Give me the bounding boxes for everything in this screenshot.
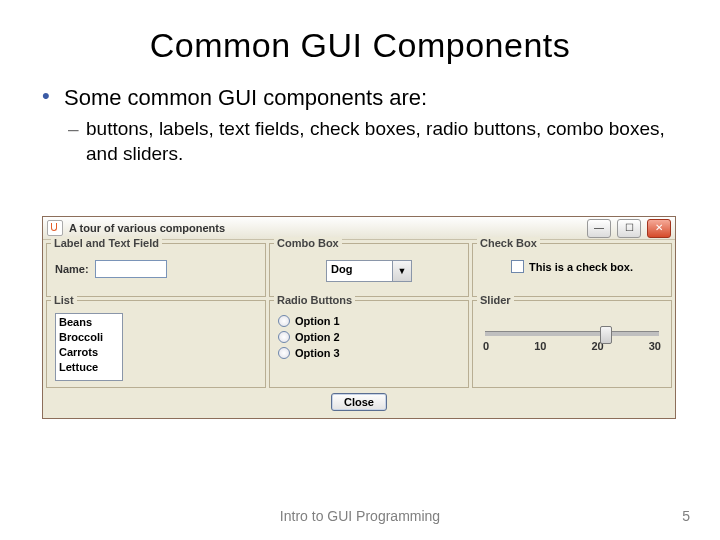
combo-value: Dog (327, 261, 392, 281)
radio-label: Option 2 (295, 331, 340, 343)
radio-label: Option 3 (295, 347, 340, 359)
checkbox-input[interactable] (511, 260, 524, 273)
slider-tick: 10 (534, 340, 546, 352)
slider-track[interactable] (485, 331, 659, 336)
panel-title: Combo Box (274, 237, 342, 249)
minimize-button[interactable]: — (587, 219, 611, 238)
name-label: Name: (55, 263, 89, 275)
slider-panel: Slider 0 10 20 30 (472, 300, 672, 388)
combo-box[interactable]: Dog ▼ (326, 260, 412, 282)
radio-input[interactable] (278, 347, 290, 359)
chevron-down-icon: ▼ (392, 261, 411, 281)
maximize-button[interactable]: ☐ (617, 219, 641, 238)
list-item[interactable]: Broccoli (59, 330, 119, 345)
page-number: 5 (682, 508, 690, 524)
name-input[interactable] (95, 260, 167, 278)
slider-tick: 0 (483, 340, 489, 352)
radio-input[interactable] (278, 331, 290, 343)
list-box[interactable]: Beans Broccoli Carrots Lettuce (55, 313, 123, 381)
checkbox-label: This is a check box. (529, 261, 633, 273)
list-item[interactable]: Lettuce (59, 360, 119, 375)
panel-title: List (51, 294, 77, 306)
slider-tick: 30 (649, 340, 661, 352)
demo-window: A tour of various components — ☐ ✕ Label… (42, 216, 676, 419)
footer-text: Intro to GUI Programming (0, 508, 720, 524)
bullet-level-2: buttons, labels, text fields, check boxe… (68, 117, 678, 166)
checkbox-panel: Check Box This is a check box. (472, 243, 672, 297)
panel-title: Slider (477, 294, 514, 306)
label-textfield-panel: Label and Text Field Name: (46, 243, 266, 297)
close-button[interactable]: Close (331, 393, 387, 411)
combobox-panel: Combo Box Dog ▼ (269, 243, 469, 297)
slide-title: Common GUI Components (0, 0, 720, 65)
list-item[interactable]: Carrots (59, 345, 119, 360)
radio-label: Option 1 (295, 315, 340, 327)
bullet-level-1: Some common GUI components are: (42, 85, 678, 111)
panel-title: Radio Buttons (274, 294, 355, 306)
slider-thumb[interactable] (600, 326, 612, 344)
panel-title: Label and Text Field (51, 237, 162, 249)
window-title: A tour of various components (69, 222, 581, 234)
window-close-button[interactable]: ✕ (647, 219, 671, 238)
radio-input[interactable] (278, 315, 290, 327)
java-icon (47, 220, 63, 236)
radiobuttons-panel: Radio Buttons Option 1 Option 2 Option 3 (269, 300, 469, 388)
list-item[interactable]: Beans (59, 315, 119, 330)
list-panel: List Beans Broccoli Carrots Lettuce (46, 300, 266, 388)
panel-title: Check Box (477, 237, 540, 249)
